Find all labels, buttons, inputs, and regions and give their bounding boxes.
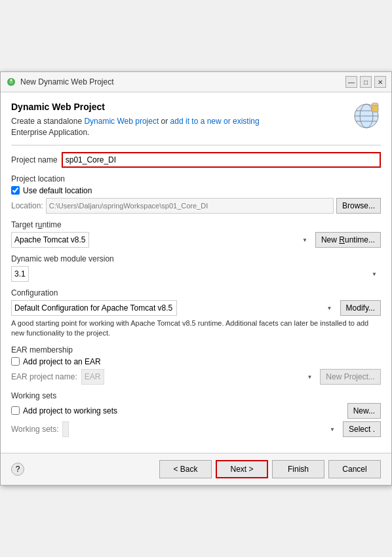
add-working-sets-row: Add project to working sets <box>11 406 117 415</box>
working-sets-label2: Working sets: <box>11 425 58 434</box>
footer-left: ? <box>11 463 24 476</box>
title-bar: New Dynamic Web Project — □ ✕ <box>1 72 391 92</box>
dialog-content: Dynamic Web Project Create a standalone … <box>1 92 391 452</box>
use-default-location-checkbox[interactable] <box>11 186 20 195</box>
page-title: Dynamic Web Project <box>11 102 260 112</box>
dialog-footer: ? < Back Next > Finish Cancel <box>1 453 391 485</box>
project-location-label: Project location <box>11 174 381 183</box>
project-name-section: Project name <box>11 152 381 168</box>
maximize-button[interactable]: □ <box>360 76 372 88</box>
footer-buttons: < Back Next > Finish Cancel <box>159 460 381 478</box>
working-sets-row: Add project to working sets New... <box>11 403 381 419</box>
project-name-input[interactable] <box>62 152 381 168</box>
add-to-app-link[interactable]: add it to a new or existing <box>170 117 260 126</box>
header-text: Dynamic Web Project Create a standalone … <box>11 102 260 138</box>
add-ear-row: Add project to an EAR <box>11 357 381 366</box>
dynamic-module-wrapper: 3.1 <box>11 266 381 282</box>
dynamic-module-label: Dynamic web module version <box>11 254 381 263</box>
finish-button[interactable]: Finish <box>272 460 324 478</box>
modify-button[interactable]: Modify... <box>340 300 381 316</box>
ear-membership-label: EAR membership <box>11 345 381 355</box>
close-button[interactable]: ✕ <box>374 76 386 88</box>
working-sets-select-row: Working sets: Select . <box>11 421 381 437</box>
target-runtime-wrapper: Apache Tomcat v8.5 <box>11 232 311 248</box>
working-sets-select <box>62 421 69 437</box>
working-sets-label: Working sets <box>11 391 381 400</box>
dynamic-module-section: Dynamic web module version 3.1 <box>11 254 381 282</box>
window-title: New Dynamic Web Project <box>20 77 114 86</box>
svg-point-9 <box>372 103 378 106</box>
header-description: Create a standalone Dynamic Web project … <box>11 116 260 138</box>
add-working-sets-label: Add project to working sets <box>23 406 117 415</box>
page-header: Dynamic Web Project Create a standalone … <box>11 102 381 138</box>
ear-project-wrapper: EAR <box>81 369 317 385</box>
working-sets-wrapper <box>62 421 339 437</box>
project-name-row: Project name <box>11 152 381 168</box>
window-controls: — □ ✕ <box>345 76 386 88</box>
add-ear-label: Add project to an EAR <box>23 357 101 366</box>
configuration-wrapper: Default Configuration for Apache Tomcat … <box>11 300 336 316</box>
cancel-button[interactable]: Cancel <box>328 460 381 478</box>
minimize-button[interactable]: — <box>345 76 357 88</box>
help-button[interactable]: ? <box>11 463 24 476</box>
browse-button[interactable]: Browse... <box>336 198 381 214</box>
back-button[interactable]: < Back <box>159 460 212 478</box>
target-runtime-section: Target runtime Apache Tomcat v8.5 New Ru… <box>11 220 381 248</box>
configuration-row: Default Configuration for Apache Tomcat … <box>11 300 381 316</box>
ear-membership-section: EAR membership Add project to an EAR EAR… <box>11 345 381 385</box>
svg-point-2 <box>10 79 12 81</box>
dynamic-web-link[interactable]: Dynamic Web project <box>84 117 159 126</box>
project-location-section: Project location Use default location Lo… <box>11 174 381 214</box>
configuration-label: Configuration <box>11 288 381 298</box>
use-default-location-label: Use default location <box>23 186 92 195</box>
working-sets-section: Working sets Add project to working sets… <box>11 391 381 437</box>
add-ear-checkbox[interactable] <box>11 357 20 366</box>
location-row: Location: Browse... <box>11 198 381 214</box>
project-name-label: Project name <box>11 155 58 164</box>
use-default-location-row: Use default location <box>11 186 381 195</box>
dynamic-module-select[interactable]: 3.1 <box>11 266 29 282</box>
new-working-set-button[interactable]: New... <box>347 403 381 419</box>
configuration-select[interactable]: Default Configuration for Apache Tomcat … <box>11 300 177 316</box>
ear-project-row: EAR project name: EAR New Project... <box>11 369 381 385</box>
add-working-sets-checkbox[interactable] <box>11 406 20 415</box>
location-label: Location: <box>11 201 43 210</box>
configuration-description: A good starting point for working with A… <box>11 318 381 339</box>
ear-project-select: EAR <box>81 369 104 385</box>
new-runtime-button[interactable]: New Runtime... <box>315 232 381 248</box>
target-runtime-select[interactable]: Apache Tomcat v8.5 <box>11 232 89 248</box>
select-button[interactable]: Select . <box>343 421 381 437</box>
location-input <box>46 198 334 214</box>
header-separator <box>11 145 381 145</box>
window-icon <box>6 77 16 87</box>
next-button[interactable]: Next > <box>216 460 268 478</box>
dynamic-module-row: 3.1 <box>11 266 381 282</box>
ear-project-name-label: EAR project name: <box>11 372 77 381</box>
target-runtime-row: Apache Tomcat v8.5 New Runtime... <box>11 232 381 248</box>
target-runtime-label: Target runtime <box>11 220 381 229</box>
globe-icon <box>352 102 381 130</box>
configuration-section: Configuration Default Configuration for … <box>11 288 381 339</box>
new-project-button: New Project... <box>320 369 381 385</box>
main-window: New Dynamic Web Project — □ ✕ Dynamic We… <box>0 71 392 485</box>
